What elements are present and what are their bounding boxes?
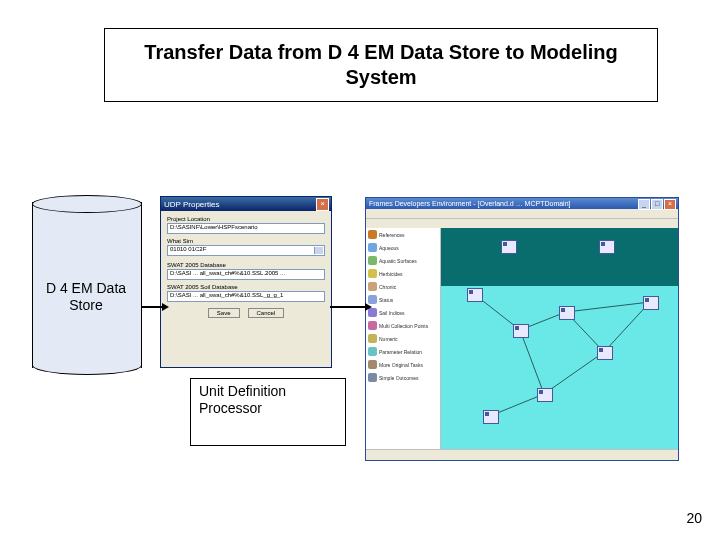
sidebar-item-icon	[368, 360, 377, 369]
input-swat2005-soil-db[interactable]: D:\SASI ... all_swat_ch#%&10.SSL_g_g_1	[167, 291, 325, 302]
label-swat2005-db: SWAT 2005 Database	[167, 262, 325, 268]
sidebar-item-label: Aqueous	[379, 245, 399, 251]
sidebar-item-label: Numeric	[379, 336, 398, 342]
sidebar-item[interactable]: Parameter Relation	[366, 345, 440, 358]
model-node[interactable]	[559, 306, 575, 320]
maximize-icon[interactable]: □	[651, 199, 663, 210]
sidebar-item-icon	[368, 269, 377, 278]
app-title-text: Frames Developers Environment - [Overlan…	[369, 200, 571, 207]
sidebar-item-label: Herbicides	[379, 271, 403, 277]
model-node[interactable]	[597, 346, 613, 360]
app-sidebar: ReferencesAqueousAquatic SurfacesHerbici…	[366, 228, 441, 450]
model-node[interactable]	[467, 288, 483, 302]
sidebar-item-icon	[368, 256, 377, 265]
arrow-store-to-dialog	[141, 306, 163, 308]
sidebar-item[interactable]: Chronic	[366, 280, 440, 293]
sidebar-item[interactable]: Sail Indices	[366, 306, 440, 319]
model-node[interactable]	[501, 240, 517, 254]
sidebar-item[interactable]: Aqueous	[366, 241, 440, 254]
close-icon[interactable]: ×	[316, 198, 329, 211]
save-button[interactable]: Save	[208, 308, 240, 318]
combo-what-sim[interactable]: 01010 01C2F	[167, 245, 325, 256]
model-node[interactable]	[513, 324, 529, 338]
page-number: 20	[686, 510, 702, 526]
model-edge	[544, 352, 604, 394]
sidebar-item-label: Simple Outcomes	[379, 375, 418, 381]
dialog-titlebar[interactable]: UDP Properties ×	[161, 197, 331, 211]
app-titlebar[interactable]: Frames Developers Environment - [Overlan…	[366, 198, 678, 209]
app-statusbar	[366, 449, 678, 460]
sidebar-item[interactable]: Simple Outcomes	[366, 371, 440, 384]
sidebar-item-icon	[368, 282, 377, 291]
minimize-icon[interactable]: _	[638, 199, 650, 210]
sidebar-item-label: Parameter Relation	[379, 349, 422, 355]
model-node[interactable]	[537, 388, 553, 402]
sidebar-item[interactable]: Multi Collection Points	[366, 319, 440, 332]
label-swat2005-soil-db: SWAT 2005 Soil Database	[167, 284, 325, 290]
udp-properties-dialog: UDP Properties × Project Location D:\SAS…	[160, 196, 332, 368]
sidebar-item[interactable]: Status	[366, 293, 440, 306]
sidebar-item-icon	[368, 373, 377, 382]
udp-label-box: Unit Definition Processor	[190, 378, 346, 446]
sidebar-item-icon	[368, 334, 377, 343]
slide-title: Transfer Data from D 4 EM Data Store to …	[104, 28, 658, 102]
input-swat2005-db[interactable]: D:\SASI ... all_swat_ch#%&10.SSL.2005 ..…	[167, 269, 325, 280]
sidebar-item[interactable]: Herbicides	[366, 267, 440, 280]
sidebar-item-icon	[368, 243, 377, 252]
sidebar-item-label: Status	[379, 297, 393, 303]
sidebar-item-icon	[368, 321, 377, 330]
model-canvas[interactable]	[441, 228, 678, 450]
sidebar-item-label: Sail Indices	[379, 310, 405, 316]
sidebar-item-icon	[368, 230, 377, 239]
model-edge	[566, 302, 650, 312]
sidebar-item-label: References	[379, 232, 405, 238]
arrow-dialog-to-app	[330, 306, 366, 308]
sidebar-item[interactable]: Aquatic Surfaces	[366, 254, 440, 267]
sidebar-item-label: Chronic	[379, 284, 396, 290]
model-node[interactable]	[599, 240, 615, 254]
data-store-label: D 4 EM Data Store	[34, 280, 138, 314]
cancel-button[interactable]: Cancel	[248, 308, 285, 318]
modeling-app-window: Frames Developers Environment - [Overlan…	[365, 197, 679, 461]
model-edge	[520, 330, 544, 394]
sidebar-item[interactable]: More Original Tasks	[366, 358, 440, 371]
sidebar-item-label: Aquatic Surfaces	[379, 258, 417, 264]
sidebar-item-label: Multi Collection Points	[379, 323, 428, 329]
close-icon[interactable]: ×	[664, 199, 676, 210]
sidebar-item-label: More Original Tasks	[379, 362, 423, 368]
input-project-location[interactable]: D:\SASINF\Lower\HSPFscenario	[167, 223, 325, 234]
sidebar-item[interactable]: References	[366, 228, 440, 241]
label-project-location: Project Location	[167, 216, 325, 222]
model-node[interactable]	[643, 296, 659, 310]
model-node[interactable]	[483, 410, 499, 424]
label-what-sim: What Sim	[167, 238, 325, 244]
app-menubar[interactable]	[366, 209, 678, 219]
sidebar-item[interactable]: Numeric	[366, 332, 440, 345]
dialog-title-text: UDP Properties	[164, 200, 219, 209]
sidebar-item-icon	[368, 347, 377, 356]
